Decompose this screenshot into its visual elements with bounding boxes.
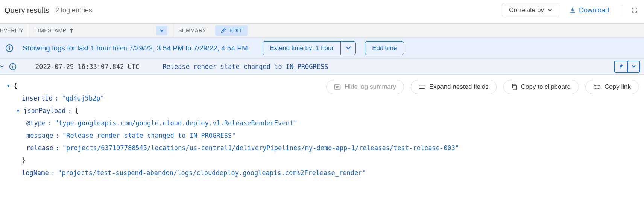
hide-summary-label: Hide log summary	[345, 83, 396, 91]
svg-rect-6	[334, 85, 340, 89]
col-severity[interactable]: EVERITY	[0, 24, 29, 37]
entry-count: 2 log entries	[55, 6, 92, 14]
correlate-by-label: Correlate by	[509, 6, 544, 14]
download-label: Download	[579, 6, 609, 14]
correlate-by-dropdown[interactable]: Correlate by	[502, 3, 559, 17]
action-row: Hide log summary Expand nested fields Co…	[326, 80, 639, 94]
json-key: @type	[26, 117, 46, 129]
pin-icon	[618, 64, 624, 70]
info-icon	[5, 44, 14, 52]
json-key: logName	[22, 167, 49, 179]
json-value: "projects/test-suspend-abandon/logs/clou…	[58, 167, 366, 179]
col-timestamp-label: TIMESTAMP	[35, 27, 66, 34]
expand-nested-label: Expand nested fields	[429, 83, 489, 91]
brace-close: }	[22, 154, 26, 167]
extend-time-button[interactable]: Extend time by: 1 hour	[263, 42, 340, 55]
download-icon	[569, 7, 576, 14]
page-title: Query results	[5, 6, 49, 15]
pin-button[interactable]	[615, 61, 627, 72]
log-timestamp: 2022-07-29 16:33:07.842 UTC	[35, 63, 139, 70]
banner-message: Showing logs for last 1 hour from 7/29/2…	[23, 44, 250, 52]
json-key: release	[26, 142, 53, 154]
svg-point-2	[9, 46, 9, 46]
time-range-banner: Showing logs for last 1 hour from 7/29/2…	[0, 38, 644, 59]
edit-time-button[interactable]: Edit time	[365, 41, 404, 55]
svg-point-5	[13, 65, 13, 65]
summary-icon	[334, 84, 341, 90]
copy-clipboard-button[interactable]: Copy to clipboard	[503, 80, 579, 94]
log-entry-expanded: Hide log summary Expand nested fields Co…	[0, 75, 644, 181]
json-tree: ▼ { insertId: "qd4uj5b2p" ▼ jsonPayload:…	[5, 80, 639, 179]
caret-down-icon[interactable]: ▼	[15, 105, 21, 117]
tree-message: message: "Release render state changed t…	[5, 129, 639, 142]
json-value: "qd4uj5b2p"	[62, 92, 104, 105]
svg-rect-12	[513, 85, 517, 90]
column-header-row: EVERITY TIMESTAMP SUMMARY EDIT	[0, 23, 644, 38]
divider	[622, 5, 622, 15]
brace-open: {	[75, 105, 79, 117]
json-value: "projects/637197788545/locations/us-cent…	[62, 142, 459, 154]
pencil-icon	[220, 27, 226, 34]
tree-release: release: "projects/637197788545/location…	[5, 142, 639, 154]
log-entry-row[interactable]: 2022-07-29 16:33:07.842 UTC Release rend…	[0, 59, 644, 75]
hide-log-summary-button: Hide log summary	[326, 80, 404, 94]
topbar: Query results 2 log entries Correlate by…	[0, 0, 644, 23]
copy-link-label: Copy link	[605, 83, 631, 91]
json-value: "Release render state changed to IN_PROG…	[62, 129, 236, 142]
expand-toggle[interactable]	[0, 65, 4, 68]
edit-summary-button[interactable]: EDIT	[215, 25, 248, 36]
pin-dropdown[interactable]	[627, 61, 639, 72]
expand-list-icon	[419, 84, 425, 90]
caret-down-icon	[632, 65, 636, 68]
arrow-up-icon	[69, 28, 74, 33]
fullscreen-icon	[631, 7, 638, 14]
json-value: "type.googleapis.com/google.cloud.deploy…	[55, 117, 297, 129]
caret-down-icon	[548, 9, 552, 12]
tree-jsonPayload-close: }	[5, 154, 639, 167]
chevron-down-icon	[0, 65, 4, 68]
json-key: insertId	[22, 92, 53, 105]
caret-down-icon	[160, 29, 164, 32]
json-key: message	[26, 129, 53, 142]
copy-icon	[511, 84, 517, 90]
extend-time-dropdown[interactable]	[340, 42, 355, 55]
log-summary: Release render state changed to IN_PROGR…	[163, 63, 328, 70]
chevron-down-icon	[346, 46, 351, 50]
copy-clipboard-label: Copy to clipboard	[521, 83, 571, 91]
tree-type: @type: "type.googleapis.com/google.cloud…	[5, 117, 639, 129]
extend-time-split-button: Extend time by: 1 hour	[263, 41, 356, 55]
brace-open: {	[14, 80, 17, 92]
expand-nested-button[interactable]: Expand nested fields	[411, 80, 497, 94]
tree-logName: logName: "projects/test-suspend-abandon/…	[5, 167, 639, 179]
timestamp-options-dropdown[interactable]	[156, 26, 167, 35]
caret-down-icon[interactable]: ▼	[5, 80, 11, 92]
pin-split-button	[614, 61, 640, 73]
edit-label: EDIT	[229, 27, 242, 34]
severity-info-icon	[9, 63, 17, 70]
tree-jsonPayload-open: ▼ jsonPayload: {	[5, 105, 639, 117]
fullscreen-button[interactable]	[631, 7, 638, 14]
download-button[interactable]: Download	[565, 4, 613, 17]
link-icon	[593, 85, 601, 89]
col-timestamp[interactable]: TIMESTAMP	[29, 24, 173, 37]
copy-link-button[interactable]: Copy link	[585, 80, 639, 94]
json-key: jsonPayload	[23, 105, 66, 117]
col-summary: SUMMARY	[173, 24, 211, 37]
